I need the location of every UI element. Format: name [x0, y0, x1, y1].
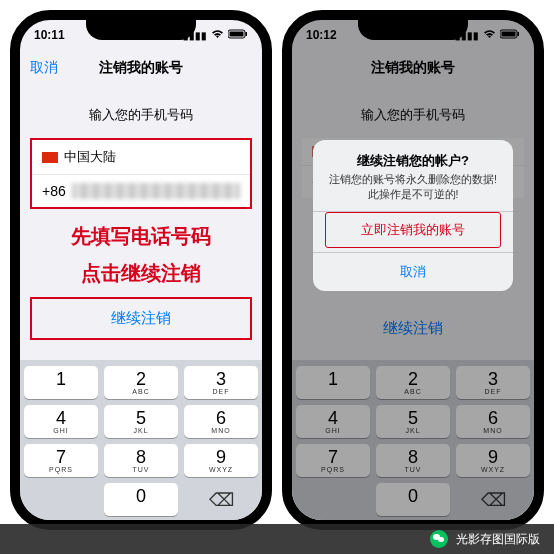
modal-overlay: 继续注销您的帐户? 注销您的账号将永久删除您的数据! 此操作是不可逆的! 立即注…	[292, 20, 534, 520]
battery-icon	[228, 29, 248, 41]
confirm-dialog: 继续注销您的帐户? 注销您的账号将永久删除您的数据! 此操作是不可逆的! 立即注…	[313, 140, 513, 291]
confirm-delete-button[interactable]: 立即注销我的账号	[325, 212, 501, 248]
continue-button[interactable]: 继续注销	[30, 297, 252, 340]
phone-input-block: 中国大陆 +86	[30, 138, 252, 209]
key-1[interactable]: 1	[24, 366, 98, 399]
key-8[interactable]: 8TUV	[104, 444, 178, 477]
key-5[interactable]: 5JKL	[104, 405, 178, 438]
phone-input-row[interactable]: +86	[32, 175, 250, 207]
flag-icon	[42, 152, 58, 163]
key-3[interactable]: 3DEF	[184, 366, 258, 399]
svg-rect-1	[230, 32, 244, 37]
key-delete[interactable]: ⌫	[184, 483, 258, 516]
status-time: 10:11	[34, 28, 65, 42]
key-9[interactable]: 9WXYZ	[184, 444, 258, 477]
dialog-message: 注销您的账号将永久删除您的数据! 此操作是不可逆的!	[313, 172, 513, 211]
notch	[358, 18, 468, 40]
wifi-icon	[211, 29, 224, 41]
annotation-2: 点击继续注销	[20, 260, 262, 287]
dialog-cancel-button[interactable]: 取消	[313, 252, 513, 291]
wechat-attribution: 光影存图国际版	[0, 524, 554, 554]
svg-rect-2	[246, 32, 248, 36]
numeric-keypad: 1 2ABC 3DEF 4GHI 5JKL 6MNO 7PQRS 8TUV 9W…	[20, 360, 262, 520]
key-blank	[24, 483, 98, 516]
wechat-icon	[430, 530, 448, 548]
key-7[interactable]: 7PQRS	[24, 444, 98, 477]
country-code: +86	[42, 183, 66, 199]
key-0[interactable]: 0	[104, 483, 178, 516]
country-label: 中国大陆	[64, 148, 116, 166]
country-selector[interactable]: 中国大陆	[32, 140, 250, 175]
backspace-icon: ⌫	[209, 489, 234, 511]
key-2[interactable]: 2ABC	[104, 366, 178, 399]
annotation-1: 先填写电话号码	[20, 223, 262, 250]
phone-number-blurred	[72, 183, 240, 199]
nav-bar: 取消 注销我的账号	[20, 50, 262, 86]
key-6[interactable]: 6MNO	[184, 405, 258, 438]
notch	[86, 18, 196, 40]
key-4[interactable]: 4GHI	[24, 405, 98, 438]
subtitle: 输入您的手机号码	[20, 106, 262, 124]
phone-left: 10:11 ▮▮▮▮ 取消 注销我的账号 输入您的手机号码 中国大陆 +86	[10, 10, 272, 530]
phone-right: 10:12 ▮▮▮▮ 注销我的账号 输入您的手机号码 +8 继续注销	[282, 10, 544, 530]
dialog-title: 继续注销您的帐户?	[313, 140, 513, 172]
wechat-account-name: 光影存图国际版	[456, 531, 540, 548]
page-title: 注销我的账号	[20, 59, 262, 77]
